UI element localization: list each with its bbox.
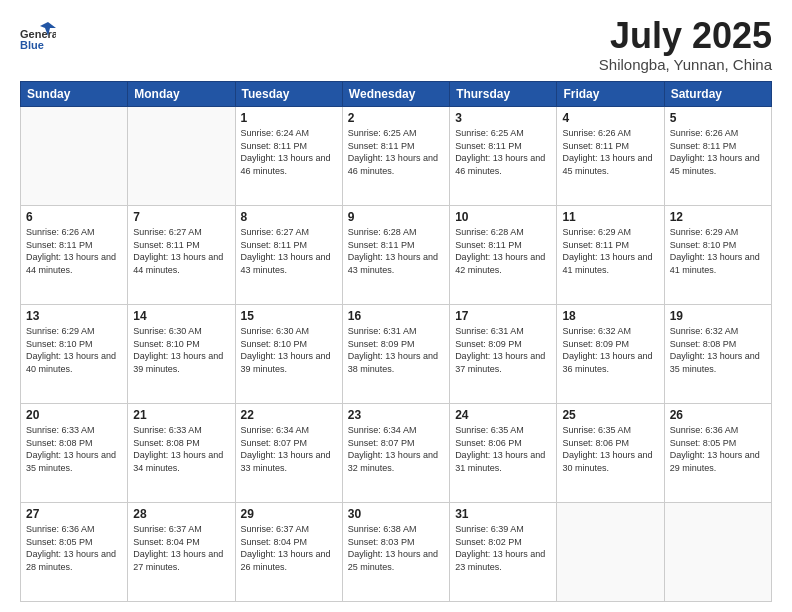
day-info: Sunrise: 6:32 AM Sunset: 8:09 PM Dayligh… xyxy=(562,325,658,375)
calendar-cell-w1d5: 11Sunrise: 6:29 AM Sunset: 8:11 PM Dayli… xyxy=(557,206,664,305)
day-number: 12 xyxy=(670,210,766,224)
day-number: 17 xyxy=(455,309,551,323)
calendar-cell-w3d2: 22Sunrise: 6:34 AM Sunset: 8:07 PM Dayli… xyxy=(235,404,342,503)
day-number: 16 xyxy=(348,309,444,323)
calendar-cell-w4d6 xyxy=(664,503,771,602)
day-number: 19 xyxy=(670,309,766,323)
calendar-cell-w0d2: 1Sunrise: 6:24 AM Sunset: 8:11 PM Daylig… xyxy=(235,107,342,206)
calendar-cell-w0d5: 4Sunrise: 6:26 AM Sunset: 8:11 PM Daylig… xyxy=(557,107,664,206)
calendar-cell-w1d0: 6Sunrise: 6:26 AM Sunset: 8:11 PM Daylig… xyxy=(21,206,128,305)
calendar-cell-w3d0: 20Sunrise: 6:33 AM Sunset: 8:08 PM Dayli… xyxy=(21,404,128,503)
day-number: 28 xyxy=(133,507,229,521)
calendar-cell-w3d3: 23Sunrise: 6:34 AM Sunset: 8:07 PM Dayli… xyxy=(342,404,449,503)
calendar-cell-w4d2: 29Sunrise: 6:37 AM Sunset: 8:04 PM Dayli… xyxy=(235,503,342,602)
day-number: 20 xyxy=(26,408,122,422)
calendar-cell-w4d0: 27Sunrise: 6:36 AM Sunset: 8:05 PM Dayli… xyxy=(21,503,128,602)
calendar-cell-w0d0 xyxy=(21,107,128,206)
day-info: Sunrise: 6:30 AM Sunset: 8:10 PM Dayligh… xyxy=(133,325,229,375)
day-info: Sunrise: 6:30 AM Sunset: 8:10 PM Dayligh… xyxy=(241,325,337,375)
day-number: 14 xyxy=(133,309,229,323)
calendar-cell-w3d1: 21Sunrise: 6:33 AM Sunset: 8:08 PM Dayli… xyxy=(128,404,235,503)
calendar-cell-w1d2: 8Sunrise: 6:27 AM Sunset: 8:11 PM Daylig… xyxy=(235,206,342,305)
day-number: 13 xyxy=(26,309,122,323)
calendar-cell-w4d3: 30Sunrise: 6:38 AM Sunset: 8:03 PM Dayli… xyxy=(342,503,449,602)
weekday-header-tuesday: Tuesday xyxy=(235,82,342,107)
calendar-cell-w1d4: 10Sunrise: 6:28 AM Sunset: 8:11 PM Dayli… xyxy=(450,206,557,305)
day-info: Sunrise: 6:28 AM Sunset: 8:11 PM Dayligh… xyxy=(348,226,444,276)
day-info: Sunrise: 6:29 AM Sunset: 8:10 PM Dayligh… xyxy=(26,325,122,375)
calendar-cell-w0d4: 3Sunrise: 6:25 AM Sunset: 8:11 PM Daylig… xyxy=(450,107,557,206)
day-number: 23 xyxy=(348,408,444,422)
calendar-cell-w3d4: 24Sunrise: 6:35 AM Sunset: 8:06 PM Dayli… xyxy=(450,404,557,503)
day-info: Sunrise: 6:33 AM Sunset: 8:08 PM Dayligh… xyxy=(133,424,229,474)
calendar-cell-w2d1: 14Sunrise: 6:30 AM Sunset: 8:10 PM Dayli… xyxy=(128,305,235,404)
calendar-cell-w2d6: 19Sunrise: 6:32 AM Sunset: 8:08 PM Dayli… xyxy=(664,305,771,404)
day-info: Sunrise: 6:31 AM Sunset: 8:09 PM Dayligh… xyxy=(455,325,551,375)
day-info: Sunrise: 6:29 AM Sunset: 8:11 PM Dayligh… xyxy=(562,226,658,276)
day-number: 11 xyxy=(562,210,658,224)
day-info: Sunrise: 6:26 AM Sunset: 8:11 PM Dayligh… xyxy=(670,127,766,177)
calendar-cell-w3d6: 26Sunrise: 6:36 AM Sunset: 8:05 PM Dayli… xyxy=(664,404,771,503)
day-info: Sunrise: 6:33 AM Sunset: 8:08 PM Dayligh… xyxy=(26,424,122,474)
calendar-cell-w2d2: 15Sunrise: 6:30 AM Sunset: 8:10 PM Dayli… xyxy=(235,305,342,404)
calendar-cell-w2d3: 16Sunrise: 6:31 AM Sunset: 8:09 PM Dayli… xyxy=(342,305,449,404)
weekday-header-sunday: Sunday xyxy=(21,82,128,107)
day-info: Sunrise: 6:27 AM Sunset: 8:11 PM Dayligh… xyxy=(133,226,229,276)
day-number: 9 xyxy=(348,210,444,224)
calendar-cell-w2d4: 17Sunrise: 6:31 AM Sunset: 8:09 PM Dayli… xyxy=(450,305,557,404)
day-number: 7 xyxy=(133,210,229,224)
weekday-header-monday: Monday xyxy=(128,82,235,107)
calendar-cell-w4d4: 31Sunrise: 6:39 AM Sunset: 8:02 PM Dayli… xyxy=(450,503,557,602)
calendar-cell-w1d3: 9Sunrise: 6:28 AM Sunset: 8:11 PM Daylig… xyxy=(342,206,449,305)
day-number: 31 xyxy=(455,507,551,521)
logo: General Blue xyxy=(20,18,56,54)
day-number: 30 xyxy=(348,507,444,521)
day-number: 10 xyxy=(455,210,551,224)
day-info: Sunrise: 6:34 AM Sunset: 8:07 PM Dayligh… xyxy=(241,424,337,474)
day-number: 5 xyxy=(670,111,766,125)
day-info: Sunrise: 6:36 AM Sunset: 8:05 PM Dayligh… xyxy=(670,424,766,474)
day-info: Sunrise: 6:27 AM Sunset: 8:11 PM Dayligh… xyxy=(241,226,337,276)
day-info: Sunrise: 6:38 AM Sunset: 8:03 PM Dayligh… xyxy=(348,523,444,573)
day-number: 2 xyxy=(348,111,444,125)
weekday-header-thursday: Thursday xyxy=(450,82,557,107)
calendar-cell-w0d3: 2Sunrise: 6:25 AM Sunset: 8:11 PM Daylig… xyxy=(342,107,449,206)
day-number: 21 xyxy=(133,408,229,422)
calendar-cell-w4d5 xyxy=(557,503,664,602)
day-number: 15 xyxy=(241,309,337,323)
day-number: 29 xyxy=(241,507,337,521)
day-info: Sunrise: 6:37 AM Sunset: 8:04 PM Dayligh… xyxy=(241,523,337,573)
svg-text:Blue: Blue xyxy=(20,39,44,51)
weekday-header-saturday: Saturday xyxy=(664,82,771,107)
day-number: 18 xyxy=(562,309,658,323)
calendar-cell-w2d5: 18Sunrise: 6:32 AM Sunset: 8:09 PM Dayli… xyxy=(557,305,664,404)
day-number: 22 xyxy=(241,408,337,422)
calendar-cell-w0d6: 5Sunrise: 6:26 AM Sunset: 8:11 PM Daylig… xyxy=(664,107,771,206)
day-number: 4 xyxy=(562,111,658,125)
header: General Blue July 2025 Shilongba, Yunnan… xyxy=(20,18,772,73)
calendar: SundayMondayTuesdayWednesdayThursdayFrid… xyxy=(20,81,772,602)
day-info: Sunrise: 6:28 AM Sunset: 8:11 PM Dayligh… xyxy=(455,226,551,276)
calendar-cell-w0d1 xyxy=(128,107,235,206)
day-number: 6 xyxy=(26,210,122,224)
day-info: Sunrise: 6:36 AM Sunset: 8:05 PM Dayligh… xyxy=(26,523,122,573)
day-info: Sunrise: 6:26 AM Sunset: 8:11 PM Dayligh… xyxy=(26,226,122,276)
day-number: 1 xyxy=(241,111,337,125)
day-number: 24 xyxy=(455,408,551,422)
weekday-header-wednesday: Wednesday xyxy=(342,82,449,107)
day-info: Sunrise: 6:34 AM Sunset: 8:07 PM Dayligh… xyxy=(348,424,444,474)
weekday-header-friday: Friday xyxy=(557,82,664,107)
day-info: Sunrise: 6:35 AM Sunset: 8:06 PM Dayligh… xyxy=(562,424,658,474)
calendar-cell-w3d5: 25Sunrise: 6:35 AM Sunset: 8:06 PM Dayli… xyxy=(557,404,664,503)
calendar-cell-w1d6: 12Sunrise: 6:29 AM Sunset: 8:10 PM Dayli… xyxy=(664,206,771,305)
day-info: Sunrise: 6:37 AM Sunset: 8:04 PM Dayligh… xyxy=(133,523,229,573)
day-number: 27 xyxy=(26,507,122,521)
day-info: Sunrise: 6:39 AM Sunset: 8:02 PM Dayligh… xyxy=(455,523,551,573)
page: General Blue July 2025 Shilongba, Yunnan… xyxy=(0,0,792,612)
title-block: July 2025 Shilongba, Yunnan, China xyxy=(599,18,772,73)
calendar-cell-w2d0: 13Sunrise: 6:29 AM Sunset: 8:10 PM Dayli… xyxy=(21,305,128,404)
day-info: Sunrise: 6:32 AM Sunset: 8:08 PM Dayligh… xyxy=(670,325,766,375)
calendar-cell-w4d1: 28Sunrise: 6:37 AM Sunset: 8:04 PM Dayli… xyxy=(128,503,235,602)
day-number: 3 xyxy=(455,111,551,125)
day-info: Sunrise: 6:26 AM Sunset: 8:11 PM Dayligh… xyxy=(562,127,658,177)
